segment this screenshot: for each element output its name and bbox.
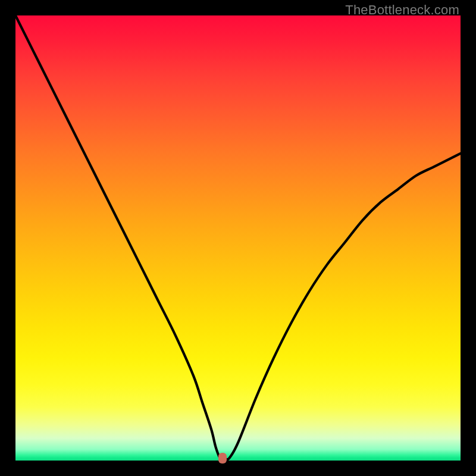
- plot-area: [15, 15, 461, 461]
- bottleneck-curve: [15, 15, 461, 461]
- optimal-point-marker: [218, 453, 227, 464]
- watermark-text: TheBottleneck.com: [345, 2, 459, 18]
- chart-frame: TheBottleneck.com: [0, 0, 476, 476]
